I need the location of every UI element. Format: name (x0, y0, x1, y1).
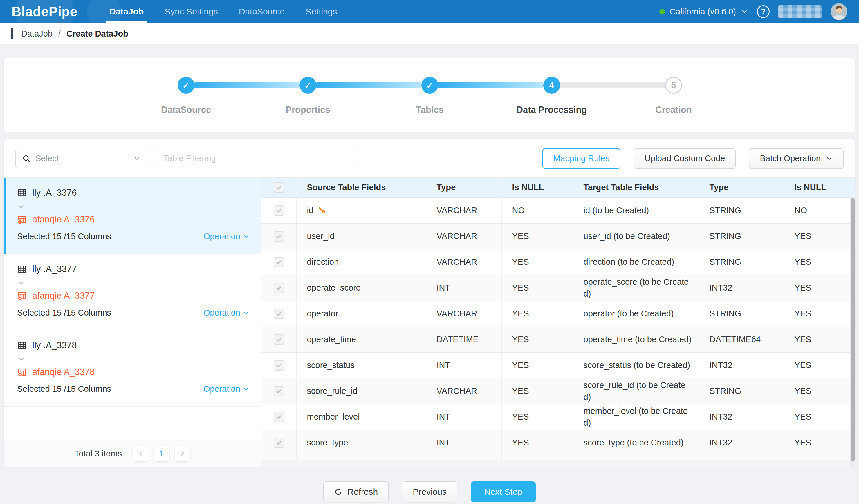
source-table-name: lly .A_3377 (32, 264, 77, 274)
target-field-type: STRING (699, 249, 784, 275)
col-source-is-null: Is NULL (501, 178, 573, 198)
target-field-name: operate_score (to be Created) (573, 275, 699, 301)
page-title: Create DataJob (66, 29, 128, 38)
nav-item-datasource[interactable]: DataSource (235, 0, 289, 23)
check-icon (275, 207, 282, 214)
row-checkbox[interactable] (274, 309, 284, 319)
source-field-name: operate_time (307, 335, 356, 344)
help-icon[interactable]: ? (757, 5, 770, 18)
horizontal-scrollbar-track[interactable] (261, 460, 850, 467)
vertical-scrollbar-track[interactable] (850, 198, 855, 467)
previous-button[interactable]: Previous (402, 482, 457, 502)
environment-label: California (v0.6.0) (669, 7, 736, 17)
target-field-type: INT32 (699, 404, 784, 430)
table-select-dropdown[interactable]: Select (15, 149, 147, 168)
target-field-nullable: YES (784, 249, 855, 275)
field-mapping-row: score_rule_id VARCHAR YES score_rule_id … (261, 378, 855, 404)
table-pair-item-1[interactable]: lly .A_3376 afanqie A_3376 Selected 15 /… (4, 178, 261, 254)
check-icon (275, 184, 282, 191)
step-label-datasource: DataSource (125, 105, 247, 115)
source-field-nullable: YES (501, 352, 573, 378)
target-field-nullable: YES (784, 301, 855, 327)
row-checkbox[interactable] (274, 205, 284, 216)
nav-item-datajob[interactable]: DataJob (105, 0, 148, 23)
source-field-type: VARCHAR (426, 378, 501, 404)
source-field-type: INT (426, 404, 501, 430)
logo[interactable]: BladePipe (12, 4, 77, 19)
row-checkbox[interactable] (274, 360, 284, 371)
username-redacted[interactable] (778, 5, 822, 18)
target-field-name: score_status (to be Created) (573, 352, 699, 378)
upload-custom-code-button[interactable]: Upload Custom Code (634, 148, 736, 169)
nav-item-sync-settings[interactable]: Sync Settings (161, 0, 222, 23)
table-pair-item-3[interactable]: lly .A_3378 afanqie A_3378 Selected 15 /… (4, 330, 261, 407)
source-field-nullable: YES (501, 275, 573, 301)
step-label-data-processing: Data Processing (491, 105, 613, 115)
breadcrumb: DataJob / Create DataJob (0, 23, 859, 44)
avatar[interactable] (831, 3, 847, 20)
table-filter-input[interactable] (155, 149, 357, 168)
source-field-type: VARCHAR (426, 198, 501, 223)
table-pair-item-2[interactable]: lly .A_3377 afanqie A_3377 Selected 15 /… (4, 254, 261, 330)
next-step-button[interactable]: Next Step (471, 482, 536, 502)
check-icon (275, 233, 282, 240)
pagination-prev-button[interactable] (133, 446, 149, 461)
chevron-left-icon (137, 450, 144, 457)
selection-summary: Selected 15 /15 Columns (17, 308, 111, 317)
target-table-create-icon (17, 215, 27, 224)
field-mapping-row: score_status INT YES score_status (to be… (261, 352, 855, 378)
source-table-icon (17, 264, 27, 274)
row-checkbox[interactable] (274, 334, 284, 345)
source-field-name: user_id (307, 232, 335, 241)
source-field-nullable: YES (501, 430, 573, 456)
mapping-rules-button[interactable]: Mapping Rules (542, 148, 620, 169)
expand-chevron-icon[interactable] (17, 279, 26, 287)
operation-dropdown[interactable]: Operation (204, 232, 250, 241)
target-field-name: id (to be Created) (573, 198, 699, 223)
target-table-name: afanqie A_3378 (32, 367, 95, 377)
target-field-nullable: YES (784, 275, 855, 301)
wizard-stepper: ✓ ✓ ✓ 4 5 DataSource Properties Tables D… (178, 77, 681, 94)
row-checkbox[interactable] (274, 438, 284, 448)
selection-summary: Selected 15 /15 Columns (17, 384, 111, 394)
environment-selector[interactable]: California (v0.6.0) (659, 7, 748, 17)
breadcrumb-section[interactable]: DataJob (21, 29, 52, 38)
refresh-button[interactable]: Refresh (323, 482, 389, 502)
expand-chevron-icon[interactable] (17, 203, 26, 211)
pagination-total: Total 3 items (75, 449, 122, 458)
source-field-type: VARCHAR (426, 223, 501, 249)
operation-dropdown[interactable]: Operation (204, 308, 250, 317)
field-mapping-row: direction VARCHAR YES direction (to be C… (261, 249, 855, 275)
target-field-type: INT32 (699, 275, 784, 301)
pagination: Total 3 items 1 (4, 440, 261, 467)
row-checkbox[interactable] (274, 283, 284, 293)
operation-dropdown[interactable]: Operation (204, 384, 250, 394)
row-checkbox[interactable] (274, 231, 284, 241)
wizard-stepper-card: ✓ ✓ ✓ 4 5 DataSource Properties Tables D… (3, 58, 856, 132)
target-field-type: STRING (699, 301, 784, 327)
target-table-create-icon (17, 367, 27, 377)
target-field-name: score_type (to be Created) (573, 430, 699, 456)
expand-chevron-icon[interactable] (17, 355, 26, 363)
check-icon (275, 388, 282, 395)
batch-operation-button[interactable]: Batch Operation (749, 148, 844, 169)
vertical-scrollbar-thumb[interactable] (850, 198, 855, 461)
selection-summary: Selected 15 /15 Columns (17, 232, 111, 241)
pagination-next-button[interactable] (175, 446, 190, 461)
source-table-icon (17, 188, 27, 198)
step-connector (316, 82, 421, 89)
pagination-page-1[interactable]: 1 (154, 446, 169, 461)
refresh-icon (334, 487, 343, 496)
select-all-checkbox[interactable] (274, 183, 284, 193)
step-circle-datasource: ✓ (178, 77, 194, 94)
field-mapping-row: user_id VARCHAR YES user_id (to be Creat… (261, 223, 855, 249)
check-icon (275, 362, 282, 369)
step-connector (560, 82, 665, 89)
source-field-nullable: YES (501, 223, 573, 249)
row-checkbox[interactable] (274, 257, 284, 267)
table-pair-list: lly .A_3376 afanqie A_3376 Selected 15 /… (4, 178, 261, 467)
row-checkbox[interactable] (274, 386, 284, 396)
chevron-down-icon (133, 155, 141, 162)
row-checkbox[interactable] (274, 412, 284, 422)
nav-item-settings[interactable]: Settings (302, 0, 341, 23)
